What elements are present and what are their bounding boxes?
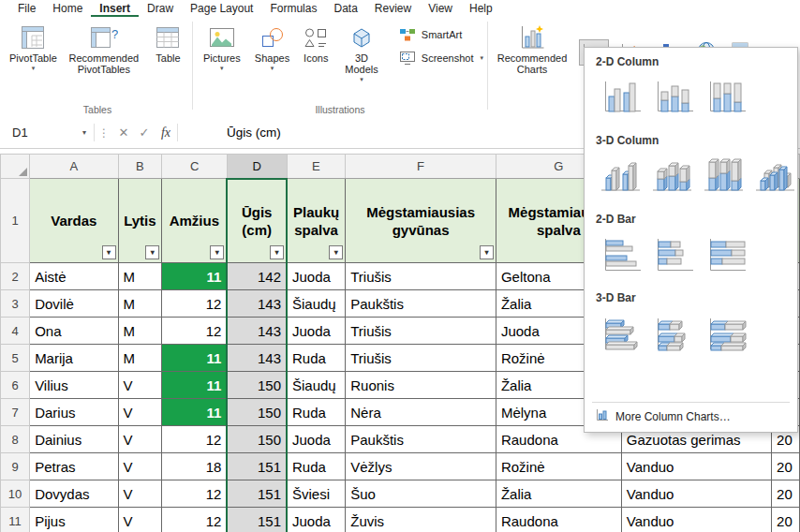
chart-thumb-3d-stacked-bar[interactable]	[648, 312, 696, 355]
recommended-pivottables-button[interactable]: ? Recommended PivotTables	[63, 21, 145, 77]
cell-F6[interactable]: Ruonis	[346, 372, 496, 399]
row-header-7[interactable]: 7	[1, 399, 30, 426]
pictures-button[interactable]: Pictures ▾	[197, 21, 247, 73]
cell-G9[interactable]: Rožinė	[496, 453, 621, 480]
cell-E2[interactable]: Juoda	[287, 263, 346, 290]
cell-C11[interactable]: 12	[162, 508, 228, 532]
recommended-charts-button[interactable]: Recommended Charts	[491, 21, 573, 77]
row-header-5[interactable]: 5	[1, 345, 30, 372]
cell-G10[interactable]: Žalia	[496, 480, 621, 508]
cell-F8[interactable]: Paukštis	[346, 426, 496, 453]
insert-function-button[interactable]: fx	[155, 126, 177, 140]
cell-F11[interactable]: Žuvis	[346, 508, 496, 532]
chart-thumb-3d-clustered-column[interactable]	[596, 155, 643, 198]
cell-A1[interactable]: Vardas▾	[30, 179, 118, 263]
chart-thumb-3d-stacked-column[interactable]	[647, 155, 694, 198]
cell-C5[interactable]: 11	[162, 345, 228, 372]
cell-E7[interactable]: Ruda	[287, 399, 346, 426]
cell-D9[interactable]: 151	[227, 453, 287, 480]
cell-C3[interactable]: 12	[162, 290, 228, 318]
cell-C7[interactable]: 11	[162, 399, 228, 426]
chart-thumb-clustered-column[interactable]	[596, 76, 644, 119]
cell-F5[interactable]: Triušis	[346, 345, 496, 372]
col-header-F[interactable]: F	[346, 155, 496, 179]
cell-D2[interactable]: 142	[227, 263, 287, 290]
smartart-button[interactable]: SmartArt	[398, 26, 483, 43]
cell-D8[interactable]: 150	[227, 426, 287, 453]
cell-E5[interactable]: Ruda	[287, 345, 346, 372]
row-header-3[interactable]: 3	[1, 290, 30, 318]
cell-E6[interactable]: Šiaudų	[287, 372, 346, 399]
col-header-B[interactable]: B	[118, 155, 162, 179]
cell-B3[interactable]: M	[118, 290, 162, 318]
filter-button-F[interactable]: ▾	[480, 245, 494, 259]
menu-tab-file[interactable]: File	[9, 0, 44, 17]
cell-C10[interactable]: 12	[162, 480, 228, 508]
cell-B6[interactable]: V	[118, 372, 162, 399]
cell-E4[interactable]: Juoda	[287, 318, 346, 345]
cell-A11[interactable]: Pijus	[30, 508, 118, 532]
cell-F1[interactable]: Mėgstamiausias gyvūnas▾	[346, 179, 496, 263]
cell-E11[interactable]: Juoda	[287, 508, 346, 532]
menu-tab-insert[interactable]: Insert	[91, 0, 139, 17]
cell-B2[interactable]: M	[118, 263, 162, 290]
col-header-E[interactable]: E	[287, 155, 346, 179]
cell-D3[interactable]: 143	[227, 290, 287, 318]
cell-D4[interactable]: 143	[227, 318, 287, 345]
cell-F2[interactable]: Triušis	[346, 263, 496, 290]
cell-E1[interactable]: Plaukų spalva▾	[287, 179, 346, 263]
cell-F10[interactable]: Šuo	[346, 480, 496, 508]
chart-thumb-clustered-bar[interactable]	[596, 233, 644, 276]
3d-models-button[interactable]: 3D Models ▾	[336, 21, 387, 84]
cell-F3[interactable]: Paukštis	[346, 290, 496, 318]
filter-button-A[interactable]: ▾	[102, 245, 116, 259]
row-header-9[interactable]: 9	[1, 453, 30, 480]
formula-bar-handle[interactable]: ⋮	[95, 126, 113, 140]
menu-tab-draw[interactable]: Draw	[139, 0, 182, 17]
filter-button-B[interactable]: ▾	[145, 245, 159, 259]
col-header-A[interactable]: A	[30, 155, 118, 179]
filter-button-E[interactable]: ▾	[329, 245, 343, 259]
cell-A10[interactable]: Dovydas	[30, 480, 118, 508]
cell-C4[interactable]: 12	[162, 318, 228, 345]
cell-D11[interactable]: 151	[227, 508, 287, 532]
cell-B4[interactable]: M	[118, 318, 162, 345]
cell-A5[interactable]: Marija	[30, 345, 118, 372]
cell-E10[interactable]: Šviesi	[287, 480, 346, 508]
icons-button[interactable]: Icons	[297, 21, 334, 66]
cell-C1[interactable]: Amžius▾	[162, 179, 228, 263]
cell-C2[interactable]: 11	[162, 263, 228, 290]
cell-B7[interactable]: V	[118, 399, 162, 426]
row-header-11[interactable]: 11	[1, 508, 30, 532]
menu-tab-data[interactable]: Data	[325, 0, 365, 17]
cell-D5[interactable]: 143	[227, 345, 287, 372]
cell-F7[interactable]: Nėra	[346, 399, 496, 426]
cell-H11[interactable]: Vanduo	[621, 508, 771, 532]
cell-A9[interactable]: Petras	[30, 453, 118, 480]
more-column-charts-item[interactable]: More Column Charts…	[592, 403, 790, 426]
col-header-C[interactable]: C	[162, 155, 228, 179]
row-header-6[interactable]: 6	[1, 372, 30, 399]
chart-thumb-3d-100-stacked-bar[interactable]	[701, 312, 748, 355]
cell-A2[interactable]: Aistė	[30, 263, 118, 290]
filter-button-D[interactable]: ▾	[270, 245, 284, 259]
menu-tab-page-layout[interactable]: Page Layout	[182, 0, 261, 17]
cell-C8[interactable]: 12	[162, 426, 228, 453]
cell-D10[interactable]: 151	[227, 480, 287, 508]
cell-D6[interactable]: 150	[227, 372, 287, 399]
cell-G11[interactable]: Raudona	[496, 508, 621, 532]
chart-thumb-3d-clustered-bar[interactable]	[596, 312, 644, 355]
row-header-10[interactable]: 10	[1, 480, 30, 508]
col-header-D[interactable]: D	[227, 155, 287, 179]
table-button[interactable]: Table	[147, 21, 189, 66]
cell-A7[interactable]: Darius	[30, 399, 118, 426]
menu-tab-view[interactable]: View	[420, 0, 461, 17]
formula-content[interactable]: Ūgis (cm)	[227, 126, 281, 140]
cancel-button[interactable]: ✕	[113, 126, 134, 140]
menu-tab-formulas[interactable]: Formulas	[261, 0, 325, 17]
chart-thumb-3d-100-stacked-column[interactable]	[699, 155, 746, 198]
row-header-8[interactable]: 8	[1, 426, 30, 453]
cell-F4[interactable]: Triušis	[346, 318, 496, 345]
shapes-button[interactable]: Shapes ▾	[249, 21, 296, 73]
chart-thumb-stacked-column[interactable]	[648, 76, 696, 119]
